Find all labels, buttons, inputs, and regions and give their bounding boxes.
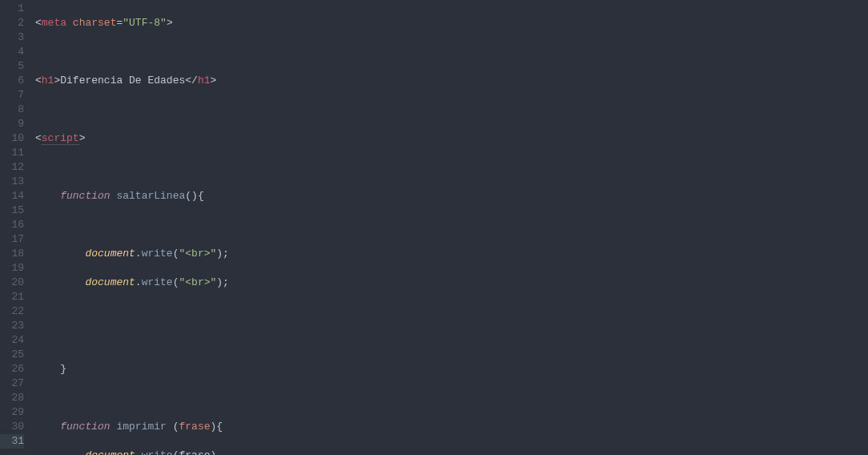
code-line: function saltarLinea(){ (35, 189, 868, 203)
line-number: 17 (0, 232, 24, 247)
line-number: 27 (0, 376, 24, 391)
line-number-gutter: 1234567891011121314151617181920212223242… (0, 0, 35, 455)
line-number: 28 (0, 391, 24, 405)
line-number: 1 (0, 2, 24, 16)
code-line: <meta charset="UTF-8"> (35, 16, 868, 30)
line-number: 16 (0, 218, 24, 232)
code-line (35, 160, 868, 175)
line-number: 5 (0, 59, 24, 74)
line-number: 7 (0, 88, 24, 103)
code-line (35, 218, 868, 232)
line-number: 15 (0, 203, 24, 218)
line-number: 26 (0, 362, 24, 376)
line-number: 25 (0, 348, 24, 362)
code-line: <h1>Diferencia De Edades</h1> (35, 74, 868, 88)
code-line (35, 103, 868, 117)
line-number: 8 (0, 103, 24, 117)
line-number: 21 (0, 290, 24, 304)
code-line: } (35, 362, 868, 376)
line-number: 24 (0, 333, 24, 348)
line-number: 10 (0, 131, 24, 146)
code-line (35, 45, 868, 59)
line-number: 22 (0, 304, 24, 319)
line-number: 4 (0, 45, 24, 59)
code-line (35, 304, 868, 319)
code-line: document.write("<br>"); (35, 276, 868, 290)
line-number: 19 (0, 261, 24, 276)
code-line: document.write("<br>"); (35, 247, 868, 261)
line-number: 9 (0, 117, 24, 131)
line-number: 31 (0, 434, 24, 449)
line-number: 13 (0, 175, 24, 189)
code-line: <script> (35, 131, 868, 146)
code-line (35, 391, 868, 405)
line-number: 18 (0, 247, 24, 261)
line-number: 2 (0, 16, 24, 30)
line-number: 29 (0, 405, 24, 420)
code-line: function imprimir (frase){ (35, 420, 868, 434)
line-number: 11 (0, 146, 24, 160)
code-editor[interactable]: <meta charset="UTF-8"> <h1>Diferencia De… (35, 0, 868, 455)
line-number: 6 (0, 74, 24, 88)
code-line (35, 333, 868, 348)
line-number: 12 (0, 160, 24, 175)
line-number: 30 (0, 420, 24, 434)
line-number: 14 (0, 189, 24, 203)
line-number: 23 (0, 319, 24, 333)
line-number: 20 (0, 276, 24, 290)
code-line: document.write(frase) (35, 449, 868, 455)
line-number: 3 (0, 30, 24, 45)
